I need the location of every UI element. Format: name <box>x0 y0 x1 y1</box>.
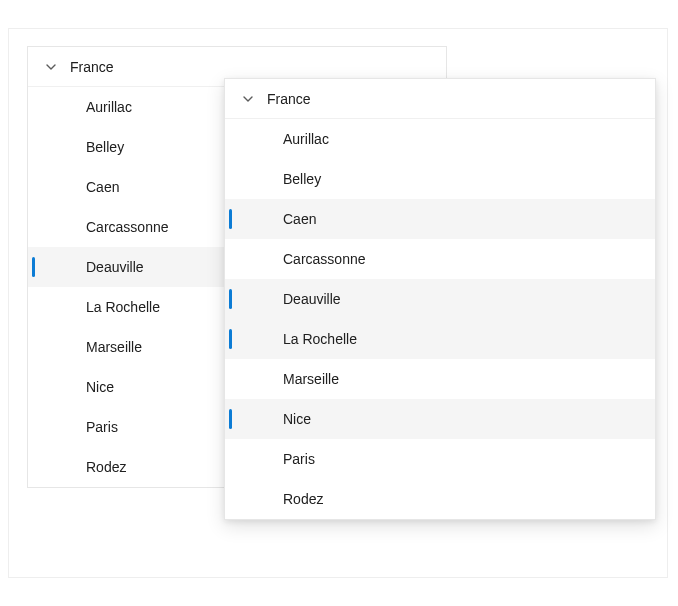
tree-item-label: Deauville <box>86 259 144 275</box>
frame: France AurillacBelleyCaenCarcassonneDeau… <box>0 0 678 606</box>
tree-items: AurillacBelleyCaenCarcassonneDeauvilleLa… <box>225 119 655 519</box>
tree-item-label: Nice <box>86 379 114 395</box>
tree-item-label: Paris <box>86 419 118 435</box>
tree-item[interactable]: Belley <box>225 159 655 199</box>
tree-item[interactable]: Caen <box>225 199 655 239</box>
tree-item-label: Marseille <box>283 371 339 387</box>
tree-item-label: La Rochelle <box>283 331 357 347</box>
tree-header-label: France <box>70 59 114 75</box>
treeview-multi-select[interactable]: France AurillacBelleyCaenCarcassonneDeau… <box>224 78 656 520</box>
tree-item-label: Caen <box>86 179 119 195</box>
tree-item-label: Rodez <box>86 459 126 475</box>
tree-item-label: Belley <box>86 139 124 155</box>
tree-item-label: Aurillac <box>283 131 329 147</box>
tree-item-label: Belley <box>283 171 321 187</box>
tree-item-label: Deauville <box>283 291 341 307</box>
chevron-down-icon <box>42 61 60 73</box>
tree-item-label: Nice <box>283 411 311 427</box>
tree-item[interactable]: Carcassonne <box>225 239 655 279</box>
tree-item[interactable]: Paris <box>225 439 655 479</box>
tree-item[interactable]: Deauville <box>225 279 655 319</box>
tree-item-label: Paris <box>283 451 315 467</box>
tree-item[interactable]: La Rochelle <box>225 319 655 359</box>
tree-item-label: Aurillac <box>86 99 132 115</box>
tree-item-label: Caen <box>283 211 316 227</box>
tree-item[interactable]: Nice <box>225 399 655 439</box>
tree-item-label: Marseille <box>86 339 142 355</box>
tree-item-label: Carcassonne <box>283 251 366 267</box>
tree-item-label: La Rochelle <box>86 299 160 315</box>
tree-item-label: Carcassonne <box>86 219 169 235</box>
tree-item[interactable]: Marseille <box>225 359 655 399</box>
tree-item[interactable]: Aurillac <box>225 119 655 159</box>
chevron-down-icon <box>239 93 257 105</box>
tree-item-label: Rodez <box>283 491 323 507</box>
tree-header-label: France <box>267 91 311 107</box>
tree-header[interactable]: France <box>225 79 655 119</box>
tree-item[interactable]: Rodez <box>225 479 655 519</box>
